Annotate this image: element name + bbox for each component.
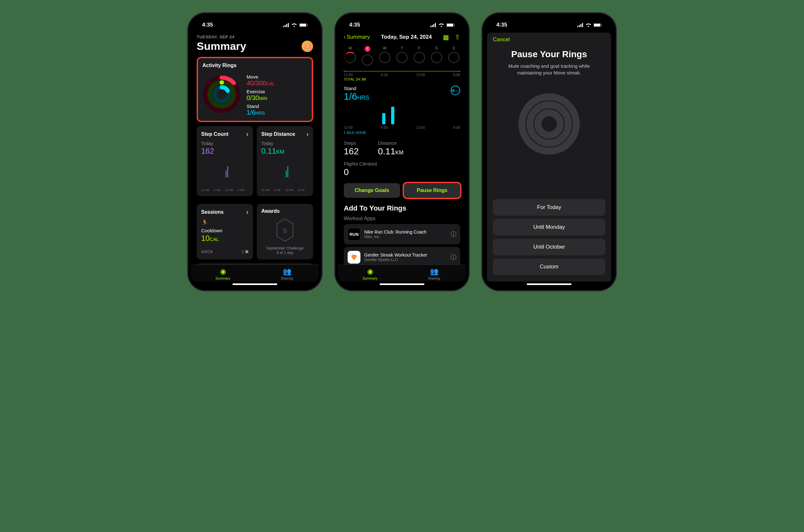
app-name: Gentler Streak Workout Tracker (364, 252, 447, 258)
day-fri[interactable]: F (414, 46, 425, 66)
notch (382, 17, 422, 28)
svg-rect-23 (579, 25, 580, 27)
step-distance-value: 0.11KM (261, 147, 309, 156)
today-label: Today (201, 141, 249, 146)
step-distance-card[interactable]: Step Distance› Today 0.11KM 12 AM6 AM12 … (257, 126, 313, 196)
cooldown-value: 10CAL (201, 234, 249, 243)
calendar-icon[interactable]: ▦ (443, 33, 449, 41)
nav-actions: ▦ ⇧ (443, 33, 460, 41)
svg-rect-2 (286, 24, 287, 27)
award-badge-icon: 9 (261, 217, 309, 243)
app-developer: Gentler Stories LLC (364, 258, 447, 262)
chart-axis: 12 AM6 AM12 PM6 PM (261, 189, 309, 192)
day-mon[interactable]: M (344, 46, 356, 66)
step-chart (201, 158, 249, 177)
svg-rect-18 (435, 23, 436, 27)
cancel-button[interactable]: Cancel (493, 33, 605, 46)
content[interactable]: ‹Summary Today, Sep 24, 2024 ▦ ⇧ M T W T… (338, 31, 466, 265)
move-label: Move (246, 74, 275, 79)
day-sat[interactable]: S (431, 46, 442, 66)
awards-card[interactable]: Awards 9 September Challenge 0 of 1 day (257, 204, 313, 260)
svg-rect-1 (285, 25, 286, 27)
today-label: Today (261, 141, 309, 146)
session-meta: 4/4/241 ⬢ (201, 249, 249, 254)
day-tue-active[interactable]: T (362, 46, 373, 66)
activity-rings-icon (202, 75, 241, 113)
home-indicator[interactable] (233, 283, 277, 285)
app-gentler[interactable]: Gentler Streak Workout Tracker Gentler S… (344, 247, 460, 265)
pause-rings-button[interactable]: Pause Rings (404, 183, 460, 198)
tab-bar: ◉Summary 👥Sharing (338, 265, 466, 282)
steps-metric: Steps 162 (344, 140, 359, 156)
distance-chart (261, 158, 309, 177)
modal-title: Pause Your Rings (493, 49, 605, 59)
svg-rect-22 (577, 26, 578, 27)
step-count-card[interactable]: Step Count› Today 162 12 AM6 AM12 PM6 PM (197, 126, 253, 196)
paused-rings-icon (517, 92, 581, 156)
flights-value: 0 (344, 167, 460, 177)
idle-label: 1 IDLE HOUR (344, 131, 460, 134)
option-custom[interactable]: Custom (493, 259, 605, 275)
svg-rect-25 (582, 23, 583, 27)
activity-rings-card[interactable]: Activity Rings Move 40/300CAL (198, 58, 312, 121)
change-goals-button[interactable]: Change Goals (344, 183, 400, 198)
profile-avatar[interactable]: 🐹 (302, 41, 313, 52)
svg-rect-3 (288, 23, 289, 27)
wifi-icon (291, 23, 297, 27)
notch (529, 17, 569, 28)
svg-text:9: 9 (283, 227, 287, 235)
move-value: 40/300CAL (246, 79, 275, 87)
home-indicator[interactable] (527, 283, 571, 285)
home-indicator[interactable] (380, 283, 424, 285)
status-icons (430, 22, 455, 28)
signal-icon (577, 23, 584, 27)
app-nike[interactable]: RUN Nike Run Club: Running Coach Nike, I… (344, 224, 460, 244)
week-selector[interactable]: M T W T F S S (344, 46, 460, 66)
day-wed[interactable]: W (379, 46, 390, 66)
tab-sharing[interactable]: 👥Sharing (402, 267, 466, 280)
sharing-tab-icon: 👥 (402, 267, 466, 276)
add-to-rings-title: Add To Your Rings (344, 204, 460, 212)
action-buttons: Change Goals Pause Rings (344, 183, 460, 198)
screen-pause-modal: 4:35 Cancel Pause Your Rings Mute coachi… (485, 16, 613, 288)
day-sun[interactable]: S (448, 46, 460, 66)
option-october[interactable]: Until October (493, 239, 605, 255)
tab-summary[interactable]: ◉Summary (191, 267, 255, 280)
metrics-grid: Step Count› Today 162 12 AM6 AM12 PM6 PM… (197, 126, 313, 263)
modal-description: Mute coaching and goal tracking while ma… (493, 63, 605, 76)
content[interactable]: TUESDAY, SEP 24 Summary 🐹 Activity Rings (191, 31, 319, 265)
tab-sharing[interactable]: 👥Sharing (255, 267, 319, 280)
activity-rings-title: Activity Rings (202, 63, 307, 69)
nike-app-icon: RUN (348, 228, 361, 241)
battery-icon (299, 23, 308, 27)
stand-label: Stand (246, 103, 275, 109)
time-labels: 12:006:0012:006:00 (344, 73, 460, 77)
pause-options: For Today Until Monday Until October Cus… (493, 199, 605, 282)
day-thu[interactable]: T (396, 46, 408, 66)
chevron-right-icon: › (246, 208, 249, 216)
info-icon[interactable]: ⓘ (451, 253, 456, 261)
battery-icon (593, 23, 602, 27)
stand-value: 1/6HRS (344, 91, 369, 102)
tab-summary[interactable]: ◉Summary (338, 267, 402, 280)
option-monday[interactable]: Until Monday (493, 219, 605, 235)
stand-detail-icon[interactable]: ⊕→ (451, 86, 460, 95)
timeline (344, 71, 460, 72)
sessions-title: Sessions› (201, 208, 249, 216)
app-info: Gentler Streak Workout Tracker Gentler S… (364, 252, 447, 262)
step-count-title: Step Count› (201, 130, 249, 138)
option-today[interactable]: For Today (493, 199, 605, 216)
screen-detail: 4:35 ‹Summary Today, Sep 24, 2024 ▦ ⇧ M … (338, 16, 466, 288)
wifi-icon (438, 23, 444, 27)
info-icon[interactable]: ⓘ (451, 230, 456, 238)
nav-bar: ‹Summary Today, Sep 24, 2024 ▦ ⇧ (344, 31, 460, 43)
share-icon[interactable]: ⇧ (455, 33, 460, 41)
svg-rect-16 (432, 25, 433, 27)
sessions-card[interactable]: Sessions› 🏃 Cooldown 10CAL 4/4/241 ⬢ (197, 204, 253, 260)
page-title: Summary (197, 40, 246, 52)
rings-row: Move 40/300CAL Exercise 0/30MIN Stand 1/… (202, 72, 307, 116)
back-button[interactable]: ‹Summary (344, 34, 370, 40)
steps-label: Steps (344, 140, 359, 146)
wifi-icon (586, 23, 591, 27)
step-count-value: 162 (201, 147, 249, 156)
